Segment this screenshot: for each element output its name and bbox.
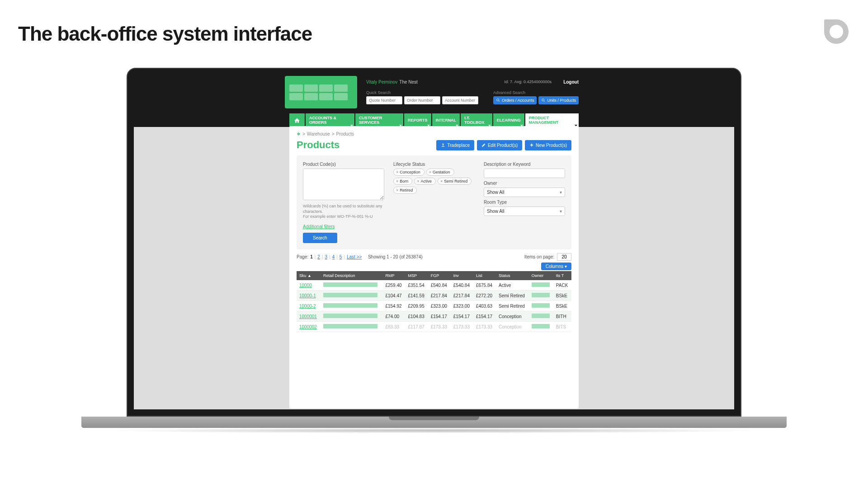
page-title: Products (297, 139, 340, 151)
pager: Page: 1| 2| 3| 4| 5| Last >> Showing 1 -… (297, 254, 423, 259)
topbar-user: Vitaly PerminovThe Nest (366, 80, 418, 84)
th-rmp[interactable]: RMP (382, 271, 405, 280)
page-1[interactable]: 1 (310, 254, 313, 259)
product-codes-input[interactable] (303, 169, 384, 200)
chip-remove-icon[interactable]: × (440, 179, 443, 183)
th-sku[interactable]: Sku ▲ (297, 271, 321, 280)
app-root: Vitaly PerminovThe Nest Id: 7. Avg: 0.42… (134, 75, 734, 128)
items-on-page-label: Items on page: (524, 254, 554, 259)
redacted-desc (323, 324, 377, 328)
chip-remove-icon[interactable]: × (396, 179, 398, 183)
th-retail-desc[interactable]: Retail Description (321, 271, 382, 280)
quote-number-input[interactable] (366, 96, 402, 104)
edit-products-button[interactable]: Edit Product(s) (477, 140, 522, 150)
th-its[interactable]: Its T (553, 271, 571, 280)
table-row[interactable]: 1000002£83.33£117.87£173.33£173.33£173.3… (297, 322, 571, 332)
nav-elearning[interactable]: ELEARNING (493, 113, 524, 128)
orders-accounts-button[interactable]: Orders / Accounts (493, 96, 537, 104)
columns-button[interactable]: Columns ▾ (541, 263, 571, 270)
owner-select[interactable]: Show All (484, 188, 565, 197)
chip-conception[interactable]: ×Conception (393, 169, 425, 176)
redacted-owner (532, 293, 550, 297)
nav-internal[interactable]: INTERNAL (432, 113, 460, 128)
owner-label: Owner (484, 181, 565, 186)
home-icon (294, 117, 300, 124)
chip-remove-icon[interactable]: × (396, 170, 398, 174)
chip-gestation[interactable]: ×Gestation (426, 169, 454, 176)
nav-it-toolbox[interactable]: I.T. TOOLBOX (461, 113, 492, 128)
brand-logo (823, 18, 850, 45)
quick-search: Quick Search (366, 90, 478, 104)
sku-link[interactable]: 10000 (299, 283, 312, 288)
slide-title: The back-office system interface (18, 23, 312, 45)
table-row[interactable]: 10000-1£104.47£141.59£217.84£217.84£272.… (297, 291, 571, 301)
th-status[interactable]: Status (496, 271, 529, 280)
page-3[interactable]: 3 (325, 254, 327, 259)
breadcrumb-warehouse[interactable]: Warehouse (307, 131, 330, 136)
advanced-search: Advanced Search Orders / Accounts Units … (493, 90, 579, 104)
products-table: Sku ▲ Retail Description RMP MSP FGP Inv… (297, 271, 571, 332)
topbar: Vitaly PerminovThe Nest Id: 7. Avg: 0.42… (134, 75, 734, 113)
redacted-owner (532, 314, 550, 318)
page-4[interactable]: 4 (332, 254, 335, 259)
items-on-page-input[interactable] (557, 253, 571, 261)
chip-remove-icon[interactable]: × (429, 170, 431, 174)
table-row[interactable]: 10000£259.40£351.54£540.84£540.84£675.84… (297, 280, 571, 291)
main-nav: ACCOUNTS & ORDERS CUSTOMER SERVICES REPO… (134, 113, 734, 128)
table-row[interactable]: 10000-2£154.92£209.95£323.00£323.00£403.… (297, 301, 571, 311)
order-number-input[interactable] (404, 96, 440, 104)
page-5[interactable]: 5 (340, 254, 342, 259)
nav-reports[interactable]: REPORTS (404, 113, 431, 128)
chip-semi-retired[interactable]: ×Semi Retired (438, 178, 472, 185)
product-codes-label: Product Code(s) (303, 162, 384, 167)
showing-text: Showing 1 - 20 (of 263874) (368, 254, 423, 259)
chip-born[interactable]: ×Born (393, 178, 412, 185)
th-owner[interactable]: Owner (529, 271, 553, 280)
nav-accounts-orders[interactable]: ACCOUNTS & ORDERS (306, 113, 354, 128)
page-last[interactable]: Last >> (347, 254, 362, 259)
th-msp[interactable]: MSP (406, 271, 428, 280)
account-number-input[interactable] (442, 96, 478, 104)
th-inv[interactable]: Inv (451, 271, 473, 280)
search-box-icon (541, 98, 546, 103)
table-row[interactable]: 1000001£74.00£104.83£154.17£154.17£154.1… (297, 311, 571, 322)
redacted-owner (532, 324, 550, 328)
upload-icon (441, 143, 445, 147)
nav-home[interactable] (289, 113, 305, 128)
plus-icon (529, 143, 534, 147)
logout-link[interactable]: Logout (563, 80, 579, 84)
laptop-mockup: Vitaly PerminovThe Nest Id: 7. Avg: 0.42… (127, 68, 741, 433)
chip-retired[interactable]: ×Retired (393, 187, 417, 194)
search-people-icon (496, 98, 500, 103)
th-fgp[interactable]: FGP (428, 271, 451, 280)
th-list[interactable]: List (473, 271, 496, 280)
edit-icon (481, 143, 486, 147)
chip-remove-icon[interactable]: × (396, 188, 398, 192)
chip-remove-icon[interactable]: × (417, 179, 419, 183)
redacted-desc (323, 293, 377, 297)
wildcard-hint: Wildcards (%) can be used to substitute … (303, 204, 384, 220)
page-2[interactable]: 2 (317, 254, 320, 259)
breadcrumb-icon: ❖ (297, 131, 301, 136)
room-type-select[interactable]: Show All (484, 206, 565, 216)
redacted-desc (323, 282, 377, 287)
sku-link[interactable]: 1000002 (299, 324, 317, 329)
sku-link[interactable]: 10000-1 (299, 293, 316, 298)
nav-product-management[interactable]: PRODUCT MANAGEMENT (525, 113, 579, 128)
room-type-label: Room Type (484, 200, 565, 205)
description-label: Description or Keyword (484, 162, 565, 167)
sku-link[interactable]: 1000001 (299, 314, 317, 319)
breadcrumb: ❖ > Warehouse > Products (297, 131, 571, 136)
svg-point-1 (542, 99, 544, 101)
additional-filters-link[interactable]: Additional filters (303, 224, 335, 229)
new-products-button[interactable]: New Product(s) (525, 140, 571, 150)
brand-block (285, 76, 357, 108)
redacted-desc (323, 314, 377, 318)
sku-link[interactable]: 10000-2 (299, 304, 316, 309)
units-products-button[interactable]: Units / Products (538, 96, 579, 104)
chip-active[interactable]: ×Active (414, 178, 436, 185)
search-button[interactable]: Search (303, 233, 337, 243)
nav-customer-services[interactable]: CUSTOMER SERVICES (355, 113, 403, 128)
tradeplace-button[interactable]: Tradeplace (436, 140, 474, 150)
description-input[interactable] (484, 169, 565, 178)
